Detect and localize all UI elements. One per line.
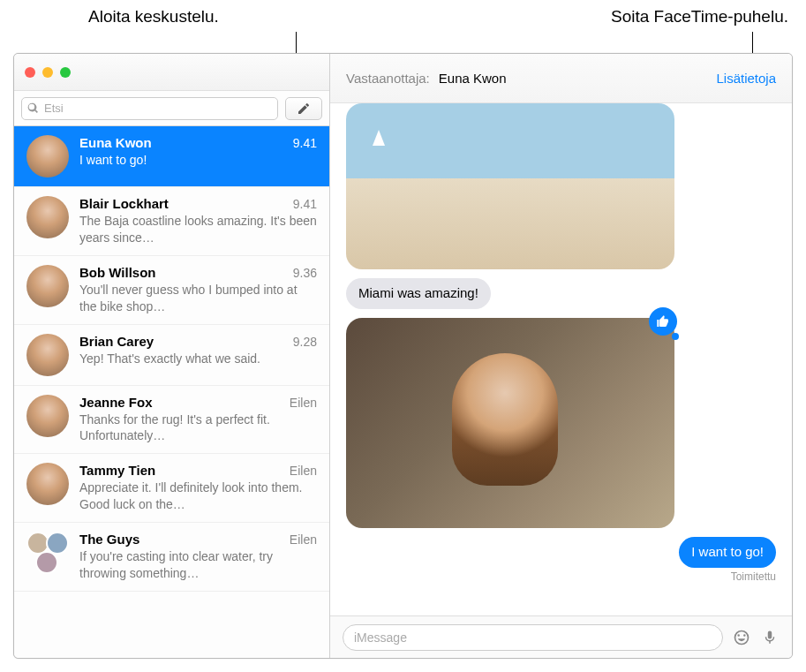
conversation-preview: Yep! That's exactly what we said. (79, 351, 317, 367)
conversation-panel: Vastaanottaja: Euna Kwon Lisätietoja Mia… (330, 54, 792, 658)
conversation-list[interactable]: Euna Kwon9.41I want to go!Blair Lockhart… (14, 126, 329, 658)
conversation-row[interactable]: Jeanne FoxEilenThanks for the rug! It's … (14, 386, 329, 455)
conversation-row[interactable]: Brian Carey9.28Yep! That's exactly what … (14, 325, 329, 386)
avatar (26, 395, 69, 437)
message-input[interactable]: iMessage (343, 624, 723, 651)
sidebar: Etsi Euna Kwon9.41I want to go!Blair Loc… (14, 54, 330, 658)
message-bubble: I want to go! (679, 537, 776, 568)
to-value: Euna Kwon (439, 71, 717, 86)
message-composer: iMessage (330, 615, 792, 658)
conversation-body: The GuysEilenIf you're casting into clea… (79, 532, 317, 582)
callout-compose: Aloita keskustelu. (88, 7, 219, 26)
close-window-button[interactable] (25, 67, 35, 78)
avatar (26, 334, 69, 376)
group-avatar (26, 532, 69, 574)
search-icon (27, 102, 39, 114)
image-attachment[interactable] (346, 318, 674, 528)
message-thread[interactable]: Miami was amazing! I want to go! Toimite… (330, 103, 792, 615)
delivery-status: Toimitettu (679, 570, 776, 583)
conversation-time: 9.41 (293, 136, 317, 150)
details-link[interactable]: Lisätietoja (716, 71, 776, 86)
conversation-time: Eilen (290, 396, 317, 410)
compose-button[interactable] (285, 97, 322, 120)
conversation-body: Brian Carey9.28Yep! That's exactly what … (79, 334, 317, 376)
conversation-name: Euna Kwon (79, 135, 152, 150)
smiley-icon (733, 629, 750, 646)
conversation-name: The Guys (79, 532, 139, 547)
conversation-body: Blair Lockhart9.41The Baja coastline loo… (79, 196, 317, 246)
avatar (26, 463, 69, 505)
search-placeholder: Etsi (44, 102, 64, 115)
conversation-time: Eilen (290, 464, 317, 478)
conversation-preview: Thanks for the rug! It's a perfect fit. … (79, 412, 317, 445)
tapback-like[interactable] (649, 307, 677, 336)
conversation-name: Brian Carey (79, 334, 154, 349)
message-input-placeholder: iMessage (354, 630, 407, 645)
image-attachment[interactable] (346, 103, 674, 269)
conversation-row[interactable]: The GuysEilenIf you're casting into clea… (14, 523, 329, 592)
to-label: Vastaanottaja: (346, 71, 430, 86)
conversation-name: Jeanne Fox (79, 395, 153, 410)
conversation-time: Eilen (290, 532, 317, 547)
conversation-row[interactable]: Blair Lockhart9.41The Baja coastline loo… (14, 187, 329, 256)
conversation-name: Blair Lockhart (79, 196, 169, 211)
message-outgoing-text[interactable]: I want to go! Toimitettu (679, 537, 776, 583)
thumbs-up-icon (656, 314, 670, 328)
search-input[interactable]: Etsi (21, 97, 278, 120)
conversation-preview: I want to go! (79, 152, 317, 169)
avatar (26, 265, 69, 307)
conversation-name: Tammy Tien (79, 463, 155, 478)
sidebar-toolbar: Etsi (14, 91, 329, 126)
avatar (26, 135, 69, 177)
conversation-time: 9.28 (293, 335, 317, 349)
conversation-row[interactable]: Euna Kwon9.41I want to go! (14, 126, 329, 187)
message-incoming-text[interactable]: Miami was amazing! (346, 278, 491, 309)
conversation-preview: The Baja coastline looks amazing. It's b… (79, 213, 317, 246)
conversation-name: Bob Willson (79, 265, 156, 280)
conversation-row[interactable]: Tammy TienEilenAppreciate it. I'll defin… (14, 454, 329, 523)
microphone-icon (762, 630, 778, 646)
conversation-body: Euna Kwon9.41I want to go! (79, 135, 317, 177)
messages-window: Etsi Euna Kwon9.41I want to go!Blair Loc… (13, 53, 793, 659)
conversation-body: Jeanne FoxEilenThanks for the rug! It's … (79, 395, 317, 445)
conversation-preview: Appreciate it. I'll definitely look into… (79, 479, 317, 513)
emoji-button[interactable] (732, 628, 751, 647)
audio-message-button[interactable] (760, 628, 780, 647)
message-incoming-image[interactable] (346, 318, 668, 528)
conversation-time: 9.36 (293, 266, 317, 280)
conversation-body: Tammy TienEilenAppreciate it. I'll defin… (79, 463, 317, 513)
beach-image-content (373, 130, 385, 146)
conversation-preview: If you're casting into clear water, try … (79, 548, 317, 582)
conversation-time: 9.41 (293, 197, 317, 211)
titlebar (14, 54, 329, 91)
conversation-row[interactable]: Bob Willson9.36You'll never guess who I … (14, 256, 329, 325)
callout-facetime: Soita FaceTime-puhelu. (611, 7, 788, 26)
minimize-window-button[interactable] (42, 67, 53, 78)
fullscreen-window-button[interactable] (60, 67, 71, 78)
window-controls (25, 67, 71, 78)
message-bubble: Miami was amazing! (346, 278, 491, 309)
avatar (26, 196, 69, 238)
compose-icon (297, 102, 311, 116)
conversation-body: Bob Willson9.36You'll never guess who I … (79, 265, 317, 315)
conversation-preview: You'll never guess who I bumped into at … (79, 282, 317, 315)
message-incoming-image[interactable] (346, 103, 668, 269)
conversation-header: Vastaanottaja: Euna Kwon Lisätietoja (330, 54, 792, 103)
